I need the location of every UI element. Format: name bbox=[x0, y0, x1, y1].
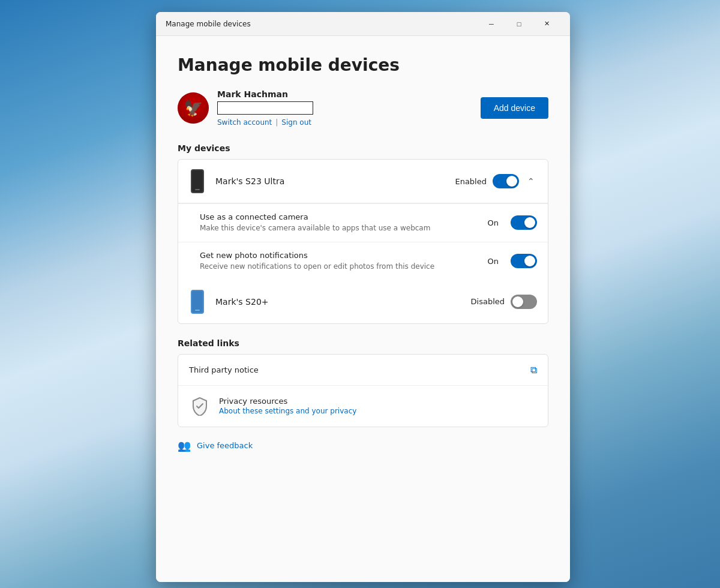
sub-setting-photos-desc: Receive new notifications to open or edi… bbox=[200, 262, 488, 272]
maximize-button[interactable]: □ bbox=[505, 14, 533, 34]
sub-setting-camera-info: Use as a connected camera Make this devi… bbox=[200, 212, 488, 233]
account-email-bar bbox=[217, 101, 313, 115]
close-button[interactable]: ✕ bbox=[533, 14, 560, 34]
account-links: Switch account | Sign out bbox=[217, 118, 313, 127]
my-devices-header: My devices bbox=[178, 143, 548, 153]
account-name: Mark Hachman bbox=[217, 89, 313, 99]
related-links-container: Third party notice ⧉ Privacy resources A… bbox=[178, 354, 548, 427]
account-details: Mark Hachman Switch account | Sign out bbox=[217, 89, 313, 127]
sub-setting-camera-toggle-area: On bbox=[488, 215, 537, 230]
link-separator: | bbox=[275, 118, 278, 127]
sub-setting-photos: Get new photo notifications Receive new … bbox=[178, 242, 548, 280]
device-toggle-s20[interactable] bbox=[511, 295, 537, 309]
sub-setting-photos-toggle-area: On bbox=[488, 254, 537, 268]
account-section: 🦅 Mark Hachman Switch account | Sign out… bbox=[178, 89, 548, 127]
sub-setting-photos-status: On bbox=[488, 257, 499, 266]
title-bar-title: Manage mobile devices bbox=[166, 20, 251, 28]
content-area: Manage mobile devices 🦅 Mark Hachman Swi… bbox=[156, 36, 570, 582]
device-row-s20: Mark's S20+ Disabled bbox=[178, 280, 548, 323]
device-toggle-s23[interactable] bbox=[493, 174, 519, 188]
title-bar-controls: ─ □ ✕ bbox=[478, 14, 560, 34]
phone-icon-s23 bbox=[189, 168, 206, 194]
chevron-up-button-s23[interactable]: ⌃ bbox=[525, 174, 537, 188]
sub-setting-camera-desc: Make this device's camera available to a… bbox=[200, 223, 488, 233]
account-info: 🦅 Mark Hachman Switch account | Sign out bbox=[178, 89, 313, 127]
third-party-link-row[interactable]: Third party notice ⧉ bbox=[178, 355, 548, 386]
switch-account-link[interactable]: Switch account bbox=[217, 118, 272, 127]
device-row-s23: Mark's S23 Ultra Enabled ⌃ bbox=[178, 160, 548, 203]
feedback-icon: 👥 bbox=[178, 439, 191, 452]
related-links-header: Related links bbox=[178, 338, 548, 348]
device-status-s23: Enabled bbox=[455, 177, 487, 186]
feedback-label[interactable]: Give feedback bbox=[197, 441, 253, 450]
sub-setting-photos-toggle[interactable] bbox=[511, 254, 537, 268]
avatar-icon: 🦅 bbox=[184, 100, 203, 116]
avatar: 🦅 bbox=[178, 92, 209, 124]
privacy-resources-subtitle[interactable]: About these settings and your privacy bbox=[219, 407, 537, 415]
device-status-s20: Disabled bbox=[471, 297, 505, 306]
device-name-s20: Mark's S20+ bbox=[215, 297, 471, 307]
sub-setting-photos-title: Get new photo notifications bbox=[200, 251, 488, 260]
third-party-link-text: Third party notice bbox=[189, 365, 530, 374]
shield-icon bbox=[189, 395, 211, 417]
page-title: Manage mobile devices bbox=[178, 55, 548, 75]
privacy-resources-link-row[interactable]: Privacy resources About these settings a… bbox=[178, 386, 548, 427]
third-party-link-title: Third party notice bbox=[189, 365, 530, 374]
minimize-button[interactable]: ─ bbox=[478, 14, 505, 34]
sub-setting-camera-toggle[interactable] bbox=[511, 215, 537, 230]
privacy-resources-text: Privacy resources About these settings a… bbox=[219, 397, 537, 415]
phone-icon-s20 bbox=[189, 289, 206, 315]
add-device-button[interactable]: Add device bbox=[481, 97, 548, 119]
devices-container: Mark's S23 Ultra Enabled ⌃ Use as a conn… bbox=[178, 159, 548, 324]
sub-setting-photos-info: Get new photo notifications Receive new … bbox=[200, 251, 488, 272]
sign-out-link[interactable]: Sign out bbox=[281, 118, 311, 127]
app-window: Manage mobile devices ─ □ ✕ Manage mobil… bbox=[156, 12, 570, 582]
sub-setting-camera-title: Use as a connected camera bbox=[200, 212, 488, 221]
external-link-icon: ⧉ bbox=[530, 364, 537, 376]
sub-setting-camera-status: On bbox=[488, 218, 499, 227]
title-bar: Manage mobile devices ─ □ ✕ bbox=[156, 12, 570, 36]
privacy-resources-title: Privacy resources bbox=[219, 397, 537, 406]
sub-setting-camera: Use as a connected camera Make this devi… bbox=[178, 203, 548, 242]
device-name-s23: Mark's S23 Ultra bbox=[215, 176, 455, 186]
feedback-row[interactable]: 👥 Give feedback bbox=[178, 439, 548, 452]
